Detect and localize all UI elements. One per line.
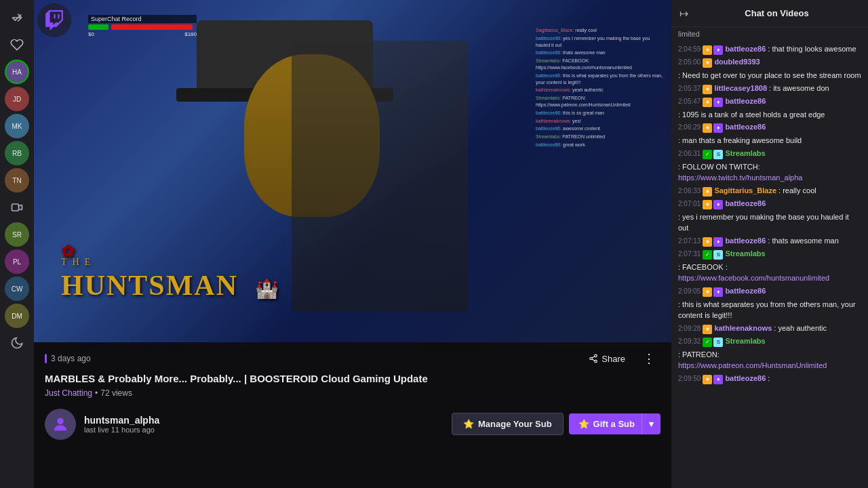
share-button[interactable]: Share xyxy=(582,350,632,367)
channel-logo-overlay xyxy=(37,3,78,41)
sidebar-avatar-2[interactable]: JD xyxy=(5,87,29,111)
channel-avatar[interactable] xyxy=(45,409,76,440)
twitch-link[interactable]: https://www.twitch.tv/huntsman_alpha xyxy=(678,174,802,182)
chat-message: 2:09:50 ★ ♦ battleoze86: xyxy=(678,373,861,384)
forward-icon[interactable] xyxy=(5,5,29,30)
chat-username[interactable]: battleoze86 xyxy=(725,198,766,209)
gift-sub-label: Gift a Sub xyxy=(593,419,635,429)
gift-sub-group: ⭐ Gift a Sub ▾ xyxy=(569,413,660,434)
chat-text: : FACEBOOK : https://www.facebook.com/hu… xyxy=(678,262,861,284)
patreon-link[interactable]: https://www.patreon.com/HuntsmanUnlimite… xyxy=(678,361,827,369)
badge-star: ★ xyxy=(703,123,712,133)
chat-messages[interactable]: 2:04:59 ★ ♦ battleoze86: that thing look… xyxy=(671,38,868,488)
chat-username[interactable]: littlecasey1808 xyxy=(714,83,767,94)
chat-collapse-icon[interactable]: ↦ xyxy=(679,7,688,20)
chat-text: : this is what separates you from the ot… xyxy=(678,299,861,321)
moon-icon[interactable] xyxy=(5,331,29,355)
sidebar-avatar-9[interactable]: DM xyxy=(5,304,29,328)
channel-last-live: last live 11 hours ago xyxy=(84,426,443,434)
manage-sub-button[interactable]: ⭐ Manage Your Sub xyxy=(452,413,564,435)
chat-message: 2:05:37 ★ littlecasey1808: its awesome d… xyxy=(678,83,861,94)
badge-star: ★ xyxy=(703,325,712,334)
sidebar-avatar-3[interactable]: MK xyxy=(5,114,29,138)
badge-streamlabs: S xyxy=(713,150,723,159)
more-options-button[interactable]: ⋮ xyxy=(637,349,660,368)
chat-text: : xyxy=(768,373,770,384)
chat-username[interactable]: kathleenaknows xyxy=(714,323,772,334)
badge-star: ★ xyxy=(703,85,712,94)
badge-star: ★ xyxy=(703,287,712,297)
chat-header: ↦ Chat on Videos xyxy=(671,0,868,27)
chat-username[interactable]: battleoze86 xyxy=(725,285,766,297)
channel-row: huntsman_alpha last live 11 hours ago ⭐ … xyxy=(34,403,671,445)
chat-text: : really cool xyxy=(778,185,816,197)
the-text: THE xyxy=(61,257,280,268)
chat-username[interactable]: battleoze86 xyxy=(725,96,766,107)
gift-sub-button[interactable]: ⭐ Gift a Sub xyxy=(569,413,644,434)
badge-sub: ♦ xyxy=(713,375,723,384)
chat-message: 2:09:28 ★ kathleenaknows: yeah authentic xyxy=(678,323,861,334)
view-count: 72 views xyxy=(100,388,132,398)
chat-username[interactable]: battleoze86 xyxy=(725,43,766,55)
huntsman-castle-icon: 🏰 xyxy=(255,278,280,299)
chat-message: 2:06:31 ✓ S Streamlabs: FOLLOW ON TWITCH… xyxy=(678,148,861,184)
svg-line-4 xyxy=(592,357,595,358)
svg-point-1 xyxy=(590,357,593,360)
fb-link[interactable]: https://www.facebook.com/huntsmanunlimit… xyxy=(678,274,829,282)
heart-icon[interactable] xyxy=(5,33,29,57)
chat-text: : thats awesome man xyxy=(768,235,839,247)
chat-text: : man thats a freaking awesome build xyxy=(678,135,802,146)
video-meta: 3 days ago Share ⋮ xyxy=(45,349,660,368)
channel-buttons: ⭐ Manage Your Sub ⭐ Gift a Sub ▾ xyxy=(452,413,660,435)
chat-username[interactable]: Streamlabs xyxy=(725,336,765,347)
badge-star: ★ xyxy=(703,200,712,209)
gift-sub-dropdown-button[interactable]: ▾ xyxy=(642,413,660,434)
badge-star: ★ xyxy=(703,375,712,384)
badge-star: ★ xyxy=(703,187,712,197)
chat-text: : its awesome don xyxy=(769,83,829,94)
chat-username[interactable]: battleoze86 xyxy=(725,121,766,133)
video-actions: Share ⋮ xyxy=(582,349,660,368)
badge-sub: ♦ xyxy=(713,123,723,133)
sidebar-avatar-5[interactable]: TN xyxy=(5,168,29,192)
category-link[interactable]: Just Chatting xyxy=(45,388,92,398)
video-chat-overlay: Sagittarius_Blaze: really cool battleoze… xyxy=(536,27,665,210)
chat-truncated-msg: limited xyxy=(671,27,868,38)
chat-message: 2:06:33 ★ Sagittarius_Blaze: really cool xyxy=(678,185,861,197)
badge-check: ✓ xyxy=(703,338,712,347)
chat-text: : that thing looks awesome xyxy=(768,43,856,55)
chat-username[interactable]: Streamlabs xyxy=(725,248,765,260)
chat-text: : yes i remember you making the base you… xyxy=(678,211,861,234)
sidebar-avatar-6[interactable]: SR xyxy=(5,222,29,247)
badge-streamlabs: S xyxy=(713,250,723,260)
sidebar-avatar-7[interactable]: PL xyxy=(5,249,29,274)
manage-sub-label: Manage Your Sub xyxy=(478,419,552,429)
camera-icon[interactable] xyxy=(5,195,29,220)
badge-check: ✓ xyxy=(703,250,712,260)
sidebar-avatar-1[interactable]: HA xyxy=(5,60,29,84)
chat-message: 2:04:59 ★ ♦ battleoze86: that thing look… xyxy=(678,43,861,55)
video-player[interactable]: SuperChat Record $0 $180 ✿ THE HUNTSMAN xyxy=(34,0,671,342)
chat-username[interactable]: Sagittarius_Blaze xyxy=(714,185,776,197)
fleur-icon: ✿ xyxy=(61,242,76,261)
sidebar-avatar-4[interactable]: RB xyxy=(5,141,29,165)
chat-username[interactable]: Streamlabs xyxy=(725,148,765,159)
channel-name[interactable]: huntsman_alpha xyxy=(84,415,443,426)
chat-text: : 1095 is a tank of a steel holds a grea… xyxy=(678,109,825,121)
chat-username[interactable]: battleoze86 xyxy=(725,235,766,247)
bar-green xyxy=(88,24,108,30)
badge-streamlabs: S xyxy=(713,338,723,347)
main-content: SuperChat Record $0 $180 ✿ THE HUNTSMAN xyxy=(34,0,671,488)
sidebar-avatar-8[interactable]: CW xyxy=(5,277,29,301)
chat-message: 2:05:00 ★ doubled9393: Need to get over … xyxy=(678,56,861,81)
superchat-val2: $180 xyxy=(184,31,197,37)
video-title: MARBLES & Probably More... Probably... |… xyxy=(45,372,660,386)
chat-message: 2:07:01 ★ ♦ battleoze86: yes i remember … xyxy=(678,198,861,234)
chat-message: 2:05:47 ★ ♦ battleoze86: 1095 is a tank … xyxy=(678,96,861,121)
chat-username[interactable]: doubled9393 xyxy=(714,56,760,68)
badge-star: ★ xyxy=(703,237,712,247)
badge-sub: ♦ xyxy=(713,287,723,297)
chat-username[interactable]: battleoze86 xyxy=(725,373,766,384)
chat-text: : FOLLOW ON TWITCH: https://www.twitch.t… xyxy=(678,161,861,184)
video-body xyxy=(292,41,468,312)
